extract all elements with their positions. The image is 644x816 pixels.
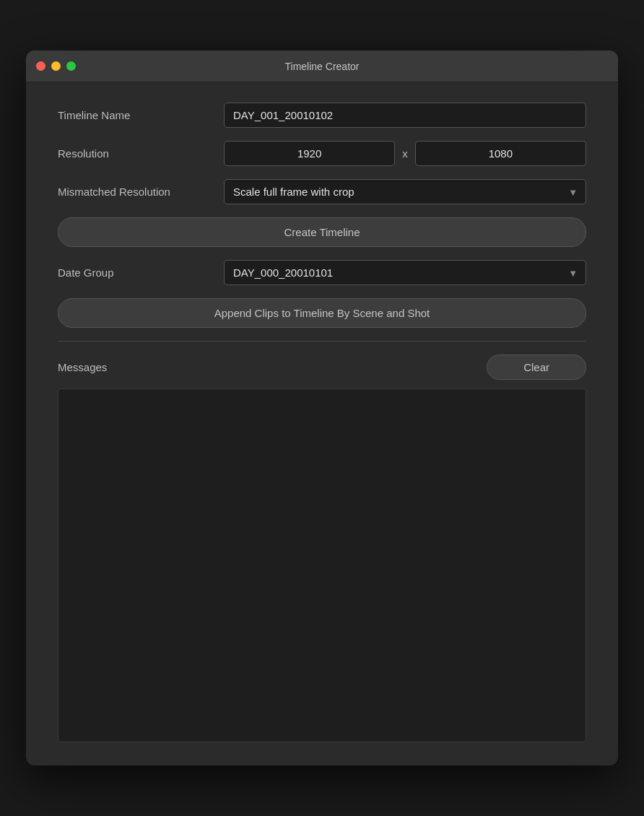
resolution-x-separator: x	[402, 147, 408, 160]
messages-area	[58, 389, 586, 742]
date-group-label: Date Group	[58, 266, 224, 279]
date-group-select[interactable]: DAY_000_20010101 DAY_001_20010102	[224, 260, 586, 285]
minimize-button[interactable]	[51, 61, 61, 71]
close-button[interactable]	[36, 61, 45, 71]
mismatched-resolution-select[interactable]: Scale full frame with crop Scale full fr…	[224, 179, 586, 204]
window-title: Timeline Creator	[285, 61, 360, 72]
timeline-name-input[interactable]	[224, 103, 586, 128]
resolution-row: Resolution x	[58, 141, 586, 166]
clear-button[interactable]: Clear	[487, 355, 586, 380]
title-bar: Timeline Creator	[26, 51, 618, 82]
date-group-row: Date Group DAY_000_20010101 DAY_001_2001…	[58, 260, 586, 285]
timeline-creator-window: Timeline Creator Timeline Name Resolutio…	[26, 51, 618, 765]
resolution-width-input[interactable]	[224, 141, 395, 166]
resolution-inputs: x	[224, 141, 586, 166]
maximize-button[interactable]	[66, 61, 76, 71]
timeline-name-label: Timeline Name	[58, 109, 224, 121]
append-clips-button[interactable]: Append Clips to Timeline By Scene and Sh…	[58, 298, 586, 328]
mismatched-resolution-label: Mismatched Resolution	[58, 186, 224, 198]
mismatched-resolution-select-wrapper: Scale full frame with crop Scale full fr…	[224, 179, 586, 204]
divider	[58, 341, 586, 342]
messages-label: Messages	[58, 361, 107, 373]
traffic-lights	[36, 61, 76, 71]
timeline-name-row: Timeline Name	[58, 103, 586, 128]
main-content: Timeline Name Resolution x Mismatched Re…	[26, 82, 618, 765]
mismatched-resolution-row: Mismatched Resolution Scale full frame w…	[58, 179, 586, 204]
resolution-label: Resolution	[58, 147, 224, 160]
resolution-height-input[interactable]	[415, 141, 586, 166]
messages-header: Messages Clear	[58, 355, 586, 380]
date-group-select-wrapper: DAY_000_20010101 DAY_001_20010102 ▼	[224, 260, 586, 285]
create-timeline-button[interactable]: Create Timeline	[58, 217, 586, 247]
